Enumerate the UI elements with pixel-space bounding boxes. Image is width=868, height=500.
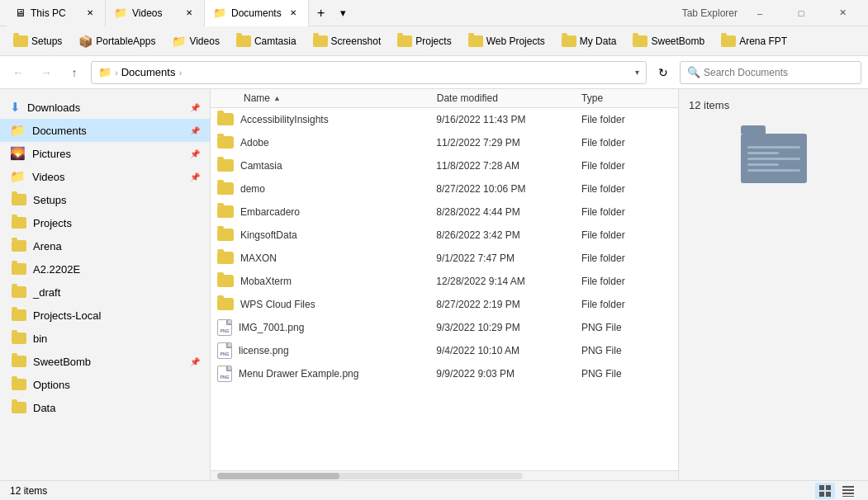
- toolbar-web-projects-label: Web Projects: [486, 35, 545, 47]
- arena-folder-icon: [12, 240, 26, 252]
- sidebar-projects-local-label: Projects-Local: [33, 309, 183, 322]
- file-date: 11/2/2022 7:29 PM: [436, 137, 581, 149]
- col-type-header[interactable]: Type: [581, 92, 678, 104]
- sidebar-item-draft[interactable]: _draft 📌: [0, 281, 210, 304]
- sidebar-item-setups[interactable]: Setups 📌: [0, 188, 210, 211]
- toolbar-sweetbomb[interactable]: SweetBomb: [626, 32, 711, 50]
- breadcrumb-dropdown[interactable]: ▾: [635, 68, 639, 77]
- toolbar-my-data[interactable]: My Data: [555, 32, 624, 50]
- sidebar-bin-label: bin: [33, 333, 183, 345]
- table-row[interactable]: Embarcadero 8/28/2022 4:44 PM File folde…: [211, 200, 678, 224]
- sidebar-item-options[interactable]: Options 📌: [0, 373, 210, 396]
- toolbar-portableapps[interactable]: 📦 PortableApps: [72, 31, 162, 51]
- file-date: 9/3/2022 10:29 PM: [436, 322, 581, 333]
- sidebar-item-pictures[interactable]: 🌄 Pictures 📌: [0, 142, 210, 165]
- pin-icon-active: 📌: [190, 126, 200, 135]
- breadcrumb[interactable]: 📁 › Documents › ▾: [91, 61, 647, 84]
- svg-rect-4: [842, 486, 854, 488]
- maximize-button[interactable]: □: [782, 0, 820, 26]
- toolbar-web-projects[interactable]: Web Projects: [462, 32, 552, 50]
- forward-button[interactable]: →: [35, 61, 58, 84]
- search-box[interactable]: 🔍: [680, 61, 861, 84]
- sidebar-item-data[interactable]: Data 📌: [0, 396, 210, 419]
- file-name: WPS Cloud Files: [211, 298, 436, 310]
- sidebar-setups-label: Setups: [33, 194, 183, 206]
- table-row[interactable]: PNG IMG_7001.png 9/3/2022 10:29 PM PNG F…: [211, 316, 678, 339]
- png-file-icon: PNG: [217, 319, 232, 336]
- search-input[interactable]: [704, 67, 854, 78]
- table-row[interactable]: MobaXterm 12/28/2022 9:14 AM File folder: [211, 270, 678, 293]
- sidebar-data-label: Data: [33, 402, 183, 414]
- quick-access-toolbar: Setups 📦 PortableApps 📁 Videos Camtasia …: [0, 26, 868, 56]
- toolbar-projects[interactable]: Projects: [391, 32, 458, 50]
- file-name: Embarcadero: [211, 205, 436, 218]
- pin-icon: 📌: [190, 149, 200, 158]
- minimize-button[interactable]: –: [741, 0, 779, 26]
- refresh-button[interactable]: ↻: [652, 61, 675, 84]
- tab-thispc[interactable]: 🖥 This PC ✕: [7, 0, 106, 26]
- table-row[interactable]: KingsoftData 8/26/2022 3:42 PM File fold…: [211, 224, 678, 247]
- sidebar-item-documents[interactable]: 📁 Documents 📌: [0, 119, 210, 142]
- tab-dropdown-button[interactable]: ▾: [334, 7, 353, 19]
- file-type: File folder: [581, 114, 678, 125]
- file-name: Adobe: [211, 136, 436, 149]
- projects-folder-icon: [12, 217, 26, 229]
- table-row[interactable]: PNG Menu Drawer Example.png 9/9/2022 9:0…: [211, 362, 678, 385]
- tab-videos-close[interactable]: ✕: [183, 7, 196, 20]
- toolbar-screenshot[interactable]: Screenshot: [306, 32, 388, 50]
- table-row[interactable]: MAXON 9/1/2022 7:47 PM File folder: [211, 247, 678, 270]
- sidebar-item-a22202e[interactable]: A2.2202E 📌: [0, 257, 210, 281]
- file-type: File folder: [581, 183, 678, 195]
- data-folder-icon: [12, 402, 26, 413]
- sweetbomb-sidebar-icon: [12, 356, 26, 367]
- back-button[interactable]: ←: [7, 61, 30, 84]
- col-name-header[interactable]: Name ▲: [211, 92, 437, 104]
- tab-documents[interactable]: 📁 Documents ✕: [205, 0, 309, 26]
- sidebar-item-arena[interactable]: Arena 📌: [0, 234, 210, 257]
- sidebar-item-projects-local[interactable]: Projects-Local 📌: [0, 304, 210, 327]
- grid-view-button[interactable]: [815, 483, 835, 499]
- toolbar-arena-fpt[interactable]: Arena FPT: [714, 32, 794, 50]
- tab-videos[interactable]: 📁 Videos ✕: [106, 0, 205, 26]
- toolbar-camtasia[interactable]: Camtasia: [230, 32, 303, 50]
- toolbar-arena-fpt-label: Arena FPT: [739, 35, 787, 47]
- tab-thispc-label: This PC: [31, 7, 66, 19]
- sidebar-item-videos[interactable]: 📁 Videos 📌: [0, 165, 210, 188]
- tab-thispc-close[interactable]: ✕: [83, 7, 97, 20]
- file-type: PNG File: [581, 368, 678, 380]
- table-row[interactable]: Camtasia 11/8/2022 7:28 AM File folder: [211, 154, 678, 177]
- table-row[interactable]: Adobe 11/2/2022 7:29 PM File folder: [211, 131, 678, 154]
- table-row[interactable]: AccessibilityInsights 9/16/2022 11:43 PM…: [211, 108, 678, 131]
- col-date-header[interactable]: Date modified: [437, 92, 581, 104]
- sidebar-item-sweetbomb[interactable]: SweetBomb 📌: [0, 350, 210, 373]
- table-row[interactable]: PNG license.png 9/4/2022 10:10 AM PNG Fi…: [211, 339, 678, 362]
- close-button[interactable]: ✕: [823, 0, 861, 26]
- svg-rect-7: [842, 496, 854, 497]
- svg-rect-3: [826, 492, 831, 497]
- file-name: Camtasia: [211, 159, 436, 172]
- options-folder-icon: [12, 379, 26, 390]
- sidebar-item-downloads[interactable]: ⬇ Downloads 📌: [0, 96, 210, 119]
- table-row[interactable]: WPS Cloud Files 8/27/2022 2:19 PM File f…: [211, 293, 678, 316]
- file-name: AccessibilityInsights: [211, 113, 436, 125]
- tab-documents-close[interactable]: ✕: [287, 7, 300, 20]
- tab-documents-label: Documents: [231, 7, 282, 19]
- grid-icon: [819, 485, 831, 497]
- title-bar: 🖥 This PC ✕ 📁 Videos ✕ 📁 Documents ✕ + ▾…: [0, 0, 868, 26]
- up-button[interactable]: ↑: [63, 61, 86, 84]
- sidebar-pictures-label: Pictures: [32, 148, 183, 160]
- toolbar-videos[interactable]: 📁 Videos: [165, 31, 225, 51]
- file-list-header: Name ▲ Date modified Type: [211, 89, 678, 108]
- pin-icon: 📌: [190, 172, 200, 182]
- file-name: MobaXterm: [211, 275, 436, 287]
- list-view-button[interactable]: [838, 483, 858, 499]
- sidebar-item-projects[interactable]: Projects 📌: [0, 211, 210, 234]
- add-tab-button[interactable]: +: [309, 0, 334, 26]
- sidebar-videos-label: Videos: [32, 171, 183, 183]
- folder-icon: [217, 229, 234, 241]
- table-row[interactable]: demo 8/27/2022 10:06 PM File folder: [211, 177, 678, 200]
- file-area: Name ▲ Date modified Type AccessibilityI…: [211, 89, 678, 480]
- sidebar-item-bin[interactable]: bin 📌: [0, 327, 210, 350]
- sidebar-downloads-label: Downloads: [27, 101, 183, 114]
- toolbar-setups[interactable]: Setups: [7, 32, 69, 50]
